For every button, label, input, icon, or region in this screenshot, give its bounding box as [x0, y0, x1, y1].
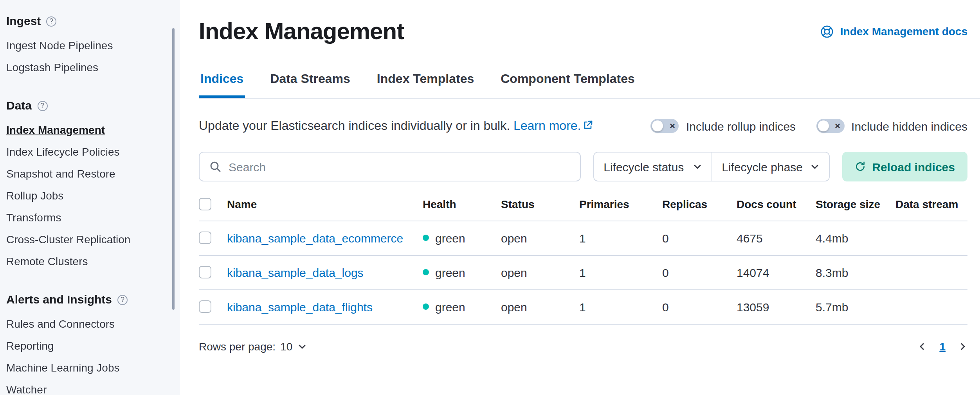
help-icon: ? [46, 16, 56, 26]
nav-section-ingest: Ingest ? Ingest Node Pipelines Logstash … [6, 11, 169, 78]
page-header: Index Management Index Management docs [199, 16, 967, 47]
nav-heading-ingest: Ingest ? [6, 11, 169, 31]
column-header-storage-size: Storage size [816, 196, 895, 221]
nav-section-alerts-and-insights: Alerts and Insights ? Rules and Connecto… [6, 289, 169, 395]
sidebar-item-remote-clusters[interactable]: Remote Clusters [6, 250, 169, 272]
sidebar-item-transforms[interactable]: Transforms [6, 206, 169, 228]
reload-button-label: Reload indices [872, 160, 955, 173]
tab-data-streams[interactable]: Data Streams [268, 72, 352, 98]
page-title: Index Management [199, 18, 404, 45]
nav-heading-data: Data ? [6, 95, 169, 116]
sidebar-item-index-lifecycle-policies[interactable]: Index Lifecycle Policies [6, 141, 169, 163]
refresh-icon [855, 161, 866, 172]
primaries-cell: 1 [579, 289, 662, 324]
health-label: green [435, 300, 465, 313]
page-number-button[interactable]: 1 [939, 340, 946, 352]
rows-per-page-value: 10 [280, 340, 292, 352]
column-header-primaries: Primaries [579, 196, 662, 221]
health-dot-icon [423, 303, 429, 310]
data-stream-cell [895, 289, 967, 324]
search-box [199, 152, 581, 181]
sidebar-item-index-management[interactable]: Index Management [6, 119, 169, 141]
chevron-down-icon [297, 341, 306, 351]
status-cell: open [501, 289, 579, 324]
nav-heading-label: Alerts and Insights [6, 289, 112, 310]
row-checkbox[interactable] [199, 300, 211, 313]
description-label: Update your Elasticsearch indices indivi… [199, 119, 510, 132]
sidebar-item-cross-cluster-replication[interactable]: Cross-Cluster Replication [6, 228, 169, 250]
toggle-include-hidden-indices[interactable]: × Include hidden indices [816, 119, 967, 133]
select-all-checkbox[interactable] [199, 198, 211, 210]
toggle-label: Include rollup indices [686, 119, 796, 133]
learn-more-label: Learn more. [513, 119, 581, 132]
sidebar-item-logstash-pipelines[interactable]: Logstash Pipelines [6, 56, 169, 78]
next-page-button[interactable] [958, 341, 967, 351]
row-checkbox[interactable] [199, 232, 211, 244]
tab-indices[interactable]: Indices [199, 72, 245, 98]
status-cell: open [501, 221, 579, 255]
replicas-cell: 0 [662, 255, 737, 289]
nav-heading-alerts-and-insights: Alerts and Insights ? [6, 289, 169, 310]
filter-lifecycle-phase[interactable]: Lifecycle phase [712, 153, 829, 181]
column-header-status: Status [501, 196, 579, 221]
column-header-data-stream: Data stream [895, 196, 967, 221]
table-row: kibana_sample_data_flights green open 1 … [199, 289, 967, 324]
health-dot-icon [423, 235, 429, 241]
data-stream-cell [895, 221, 967, 255]
data-stream-cell [895, 255, 967, 289]
previous-page-button[interactable] [917, 341, 927, 351]
learn-more-link[interactable]: Learn more. [513, 119, 593, 132]
search-input[interactable] [222, 159, 571, 174]
table-row: kibana_sample_data_ecommerce green open … [199, 221, 967, 255]
index-name-link[interactable]: kibana_sample_data_ecommerce [227, 231, 403, 244]
docs-count-cell: 4675 [737, 221, 816, 255]
sidebar-item-watcher[interactable]: Watcher [6, 379, 169, 395]
index-name-link[interactable]: kibana_sample_data_flights [227, 300, 373, 313]
storage-size-cell: 4.4mb [816, 221, 895, 255]
sidebar-item-snapshot-and-restore[interactable]: Snapshot and Restore [6, 163, 169, 185]
help-icon: ? [117, 294, 128, 305]
row-checkbox[interactable] [199, 266, 211, 278]
sidebar-item-ingest-node-pipelines[interactable]: Ingest Node Pipelines [6, 34, 169, 56]
indices-table: Name Health Status Primaries Replicas Do… [199, 196, 967, 324]
status-cell: open [501, 255, 579, 289]
filter-lifecycle-status[interactable]: Lifecycle status [594, 153, 712, 181]
tab-bar: Indices Data Streams Index Templates Com… [199, 72, 980, 99]
tab-component-templates[interactable]: Component Templates [499, 72, 636, 98]
sidebar-item-rules-and-connectors[interactable]: Rules and Connectors [6, 313, 169, 335]
table-header-row: Name Health Status Primaries Replicas Do… [199, 196, 967, 221]
sidebar-item-machine-learning-jobs[interactable]: Machine Learning Jobs [6, 357, 169, 379]
tab-index-templates[interactable]: Index Templates [375, 72, 476, 98]
main-content: Index Management Index Management docs I… [180, 0, 980, 395]
docs-link[interactable]: Index Management docs [821, 25, 967, 38]
replicas-cell: 0 [662, 221, 737, 255]
toggle-label: Include hidden indices [851, 119, 967, 133]
filter-group: Lifecycle status Lifecycle phase [593, 152, 830, 181]
primaries-cell: 1 [579, 255, 662, 289]
pagination: 1 [917, 340, 967, 352]
index-name-link[interactable]: kibana_sample_data_logs [227, 266, 364, 279]
column-header-name: Name [227, 196, 423, 221]
docs-count-cell: 13059 [737, 289, 816, 324]
description-row: Update your Elasticsearch indices indivi… [199, 119, 967, 133]
sidebar: Ingest ? Ingest Node Pipelines Logstash … [0, 0, 180, 395]
rows-per-page-selector[interactable]: Rows per page: 10 [199, 340, 306, 352]
nav-section-data: Data ? Index Management Index Lifecycle … [6, 95, 169, 272]
health-label: green [435, 231, 465, 244]
chevron-down-icon [810, 162, 820, 171]
nav-heading-label: Ingest [6, 11, 41, 31]
toggle-include-rollup-indices[interactable]: × Include rollup indices [651, 119, 796, 133]
chevron-right-icon [958, 341, 967, 351]
column-header-replicas: Replicas [662, 196, 737, 221]
reload-indices-button[interactable]: Reload indices [842, 152, 967, 181]
sidebar-scrollbar[interactable] [172, 28, 175, 310]
sidebar-item-reporting[interactable]: Reporting [6, 335, 169, 357]
switch-off-icon: × [651, 119, 679, 133]
nav-heading-label: Data [6, 95, 32, 116]
filter-label: Lifecycle phase [722, 160, 803, 173]
search-icon [209, 160, 222, 173]
life-buoy-icon [821, 25, 834, 38]
storage-size-cell: 5.7mb [816, 289, 895, 324]
sidebar-item-rollup-jobs[interactable]: Rollup Jobs [6, 185, 169, 206]
primaries-cell: 1 [579, 221, 662, 255]
